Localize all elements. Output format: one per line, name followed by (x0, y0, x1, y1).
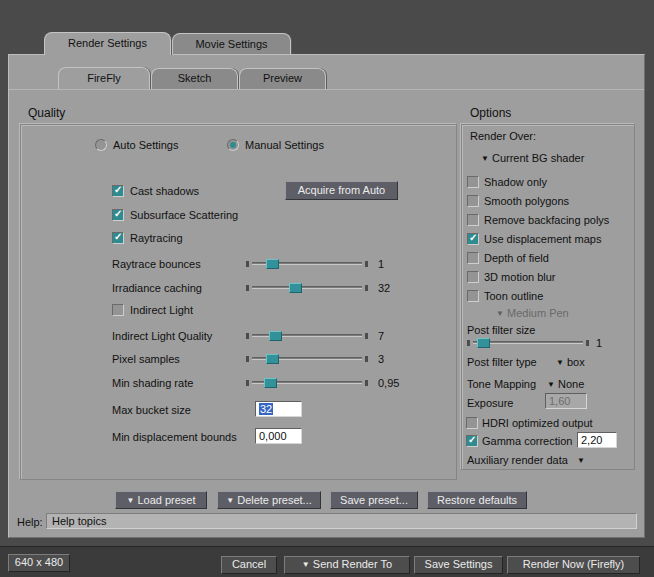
cancel-label: Cancel (232, 558, 266, 570)
auxiliary-render-data-label: Auxiliary render data (467, 454, 568, 466)
restore-defaults-button[interactable]: Restore defaults (427, 491, 527, 509)
post-filter-size-slider[interactable] (467, 338, 589, 348)
render-over-dropdown[interactable]: ▼ Current BG shader (481, 152, 584, 164)
toon-pen-dropdown[interactable]: ▼ Medium Pen (496, 307, 569, 319)
min-displacement-bounds-input[interactable]: 0,000 (255, 428, 302, 444)
resolution-button[interactable]: 640 x 480 (8, 554, 70, 572)
auto-settings-label: Auto Settings (113, 139, 178, 151)
max-bucket-size-value: 32 (259, 403, 273, 415)
tab-render-settings[interactable]: Render Settings (44, 32, 171, 55)
gamma-correction-input[interactable]: 2,20 (577, 432, 617, 448)
render-over-label: Render Over: (470, 130, 536, 142)
slider-handle[interactable] (266, 259, 279, 269)
chevron-down-icon: ▼ (302, 560, 310, 569)
exposure-value: 1,60 (549, 395, 570, 407)
max-bucket-size-label: Max bucket size (112, 404, 191, 416)
slider-handle[interactable] (266, 354, 279, 364)
gamma-correction-value: 2,20 (581, 434, 602, 446)
subtab-divider (9, 89, 644, 90)
post-filter-type-dropdown[interactable]: ▼ box (556, 356, 585, 368)
tab-firefly[interactable]: FireFly (58, 67, 150, 89)
pixel-samples-label: Pixel samples (112, 353, 180, 365)
restore-defaults-label: Restore defaults (437, 494, 517, 506)
min-shading-rate-slider[interactable] (246, 378, 368, 388)
motion-blur-checkbox[interactable] (467, 271, 479, 283)
slider-handle[interactable] (289, 283, 302, 293)
tab-sketch-label: Sketch (178, 72, 212, 84)
post-filter-size-value: 1 (596, 337, 602, 349)
subsurface-scattering-checkbox[interactable] (112, 209, 124, 221)
slider-handle[interactable] (269, 331, 282, 341)
tab-render-settings-label: Render Settings (68, 37, 147, 49)
tab-sketch[interactable]: Sketch (151, 68, 238, 89)
indirect-light-quality-value: 7 (378, 330, 384, 342)
tone-mapping-label: Tone Mapping (467, 378, 536, 390)
load-preset-label: Load preset (137, 494, 195, 506)
exposure-label: Exposure (467, 397, 513, 409)
auxiliary-render-data-dropdown[interactable]: Auxiliary render data ▼ (467, 454, 585, 466)
hdri-optimized-checkbox[interactable] (466, 417, 478, 429)
delete-preset-button[interactable]: ▼ Delete preset... (217, 491, 321, 509)
min-shading-rate-label: Min shading rate (112, 377, 193, 389)
options-section-title: Options (470, 106, 511, 120)
remove-backfacing-checkbox[interactable] (467, 214, 479, 226)
help-topics-bar[interactable]: Help topics (46, 513, 637, 529)
toon-outline-checkbox[interactable] (467, 290, 479, 302)
shadow-only-label: Shadow only (484, 176, 547, 188)
cast-shadows-label: Cast shadows (130, 185, 199, 197)
save-preset-label: Save preset... (340, 494, 408, 506)
slider-tick (467, 340, 470, 346)
slider-tick (586, 340, 589, 346)
chevron-down-icon: ▼ (226, 496, 234, 505)
irradiance-caching-value: 32 (378, 282, 390, 294)
indirect-light-checkbox[interactable] (112, 304, 124, 316)
auto-settings-radio[interactable] (95, 139, 107, 151)
slider-handle[interactable] (264, 378, 277, 388)
gamma-correction-label: Gamma correction (482, 435, 572, 447)
shadow-only-checkbox[interactable] (467, 176, 479, 188)
irradiance-caching-slider[interactable] (246, 283, 368, 293)
slider-tick (365, 380, 368, 386)
help-topics-text: Help topics (52, 515, 106, 527)
save-settings-button[interactable]: Save Settings (414, 556, 503, 574)
raytrace-bounces-slider[interactable] (246, 259, 368, 269)
post-filter-type-value: box (567, 356, 585, 368)
tab-preview[interactable]: Preview (239, 68, 326, 89)
tone-mapping-dropdown[interactable]: ▼ None (547, 378, 584, 390)
depth-of-field-checkbox[interactable] (467, 252, 479, 264)
depth-of-field-label: Depth of field (484, 252, 549, 264)
bottom-action-bar: 640 x 480 Cancel ▼ Send Render To Save S… (0, 546, 654, 577)
subsurface-scattering-label: Subsurface Scattering (130, 209, 238, 221)
chevron-down-icon: ▼ (556, 358, 564, 367)
use-displacement-maps-checkbox[interactable] (467, 233, 479, 245)
quality-section-title: Quality (28, 106, 65, 120)
slider-tick (246, 285, 249, 291)
pixel-samples-value: 3 (378, 353, 384, 365)
pixel-samples-slider[interactable] (246, 354, 368, 364)
save-settings-label: Save Settings (425, 558, 493, 570)
save-preset-button[interactable]: Save preset... (330, 491, 418, 509)
raytracing-label: Raytracing (130, 232, 183, 244)
send-render-to-label: Send Render To (313, 558, 392, 570)
acquire-from-auto-button[interactable]: Acquire from Auto (285, 181, 398, 200)
tab-movie-settings-label: Movie Settings (195, 38, 267, 50)
cancel-button[interactable]: Cancel (221, 556, 277, 574)
send-render-to-button[interactable]: ▼ Send Render To (284, 556, 410, 574)
raytracing-checkbox[interactable] (112, 232, 124, 244)
load-preset-button[interactable]: ▼ Load preset (115, 491, 207, 509)
slider-handle[interactable] (477, 338, 490, 348)
exposure-input: 1,60 (545, 393, 587, 409)
render-now-button[interactable]: Render Now (Firefly) (507, 556, 640, 574)
max-bucket-size-input[interactable]: 32 (255, 401, 302, 417)
indirect-light-quality-slider[interactable] (246, 331, 368, 341)
cast-shadows-checkbox[interactable] (112, 185, 124, 197)
raytrace-bounces-value: 1 (378, 258, 384, 270)
delete-preset-label: Delete preset... (237, 494, 312, 506)
smooth-polygons-checkbox[interactable] (467, 195, 479, 207)
slider-tick (246, 333, 249, 339)
gamma-correction-checkbox[interactable] (466, 435, 478, 447)
tone-mapping-value: None (558, 378, 584, 390)
tab-movie-settings[interactable]: Movie Settings (172, 33, 291, 55)
manual-settings-radio[interactable] (227, 139, 239, 151)
manual-settings-label: Manual Settings (245, 139, 324, 151)
